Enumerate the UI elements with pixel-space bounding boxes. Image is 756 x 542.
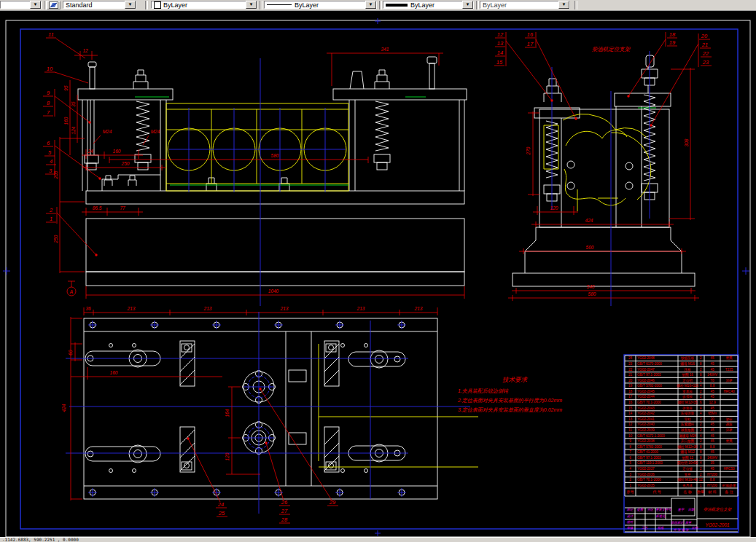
chevron-down-icon[interactable]: ▼	[30, 1, 41, 9]
toolbar-separator	[476, 1, 479, 9]
linetype-value: ByLayer	[295, 1, 319, 9]
plotstyle-value: ByLayer	[483, 1, 507, 9]
toolbar-separator	[574, 1, 577, 9]
color-control-combo[interactable]: ByLayer ▼	[151, 1, 257, 9]
style-manager-button[interactable]	[47, 1, 61, 9]
chevron-down-icon[interactable]: ▼	[365, 1, 376, 9]
cad-application-window: ▼ Standard ▼ ByLayer ▼ ByLayer ▼	[0, 0, 756, 542]
lineweight-control-combo[interactable]: ByLayer ▼	[383, 1, 474, 9]
chevron-down-icon[interactable]: ▼	[125, 1, 136, 9]
lineweight-value: ByLayer	[410, 1, 434, 9]
text-style-value: Standard	[66, 1, 93, 9]
toolbar-separator	[379, 1, 382, 9]
statusbar: -1142.6883, 590.2251 , 0.0000	[0, 537, 756, 542]
model-space-canvas[interactable]	[0, 10, 756, 537]
object-properties-toolbar: ▼ Standard ▼ ByLayer ▼ ByLayer ▼	[0, 0, 756, 11]
chevron-down-icon[interactable]: ▼	[246, 1, 257, 9]
lineweight-swatch-icon	[386, 4, 408, 7]
linetype-swatch-icon	[267, 4, 292, 5]
plotstyle-control-combo[interactable]: ByLayer ▼	[480, 1, 570, 9]
toolbar-separator	[145, 1, 148, 9]
text-style-combo[interactable]: Standard ▼	[63, 1, 136, 9]
chevron-down-icon[interactable]: ▼	[462, 1, 473, 9]
color-swatch-icon	[154, 1, 161, 9]
linetype-control-combo[interactable]: ByLayer ▼	[264, 1, 377, 9]
cursor-coordinates: -1142.6883, 590.2251 , 0.0000	[2, 537, 79, 542]
style-icon	[49, 1, 58, 9]
chevron-down-icon[interactable]: ▼	[558, 1, 569, 9]
workspace-combo-partial[interactable]: ▼	[0, 1, 42, 9]
color-value: ByLayer	[163, 1, 187, 9]
toolbar-separator	[260, 1, 262, 9]
